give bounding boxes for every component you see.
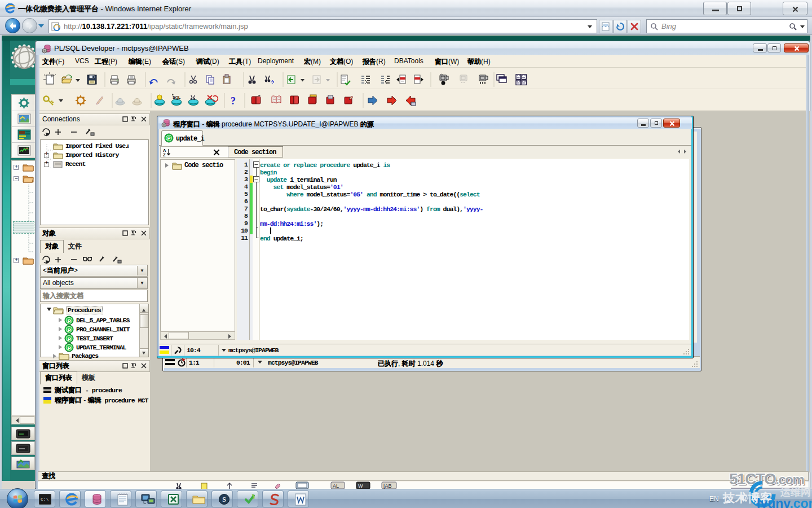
svg-text:W: W <box>358 483 363 489</box>
svg-text:P: P <box>167 135 170 141</box>
svg-text:Z: Z <box>163 152 166 156</box>
svg-text:SQL: SQL <box>173 95 181 100</box>
svg-text:S: S <box>222 496 226 503</box>
svg-text:?: ? <box>231 95 236 107</box>
svg-text:[AB: [AB <box>383 483 392 489</box>
svg-text:C:\: C:\ <box>41 497 49 502</box>
svg-text:AL: AL <box>333 483 339 489</box>
